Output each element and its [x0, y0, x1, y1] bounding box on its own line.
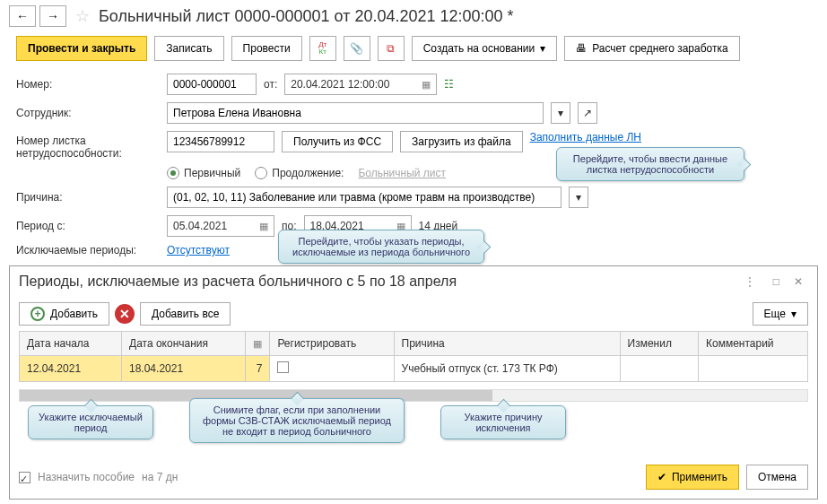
tooltip-reason: Укажите причину исключения — [440, 405, 566, 439]
employee-label: Сотрудник: — [16, 107, 160, 119]
tooltip-period: Укажите исключаемый период — [28, 405, 153, 439]
sick-link-disabled: Больничный лист — [358, 167, 446, 179]
table-row[interactable]: 12.04.2021 18.04.2021 7 Учебный отпуск (… — [20, 356, 808, 382]
post-button[interactable]: Провести — [231, 36, 302, 61]
chevron-down-icon: ▾ — [540, 42, 545, 55]
cell-reason[interactable]: Учебный отпуск (ст. 173 ТК РФ) — [394, 356, 620, 382]
col-end[interactable]: Дата окончания — [122, 332, 246, 356]
load-file-button[interactable]: Загрузить из файла — [400, 131, 523, 152]
cell-comment[interactable] — [698, 356, 807, 382]
plus-icon: + — [30, 307, 45, 321]
ln-number-label: Номер листка нетрудоспособности: — [16, 131, 160, 160]
panel-close-icon[interactable]: ✕ — [788, 275, 808, 288]
radio-primary[interactable]: Первичный — [167, 167, 240, 179]
radio-continue[interactable]: Продолжение: — [255, 167, 344, 179]
excluded-label: Исключаемые периоды: — [16, 244, 160, 256]
calendar-icon[interactable]: ▦ — [422, 79, 431, 91]
delete-button[interactable]: ✕ — [115, 304, 135, 324]
cell-register[interactable] — [270, 356, 394, 382]
page-title: Больничный лист 0000-000001 от 20.04.202… — [99, 7, 514, 26]
cell-changed[interactable] — [620, 356, 698, 382]
employee-open-button[interactable]: ↗ — [578, 102, 597, 124]
employee-select-button[interactable]: ▾ — [551, 102, 570, 124]
col-comment[interactable]: Комментарий — [698, 332, 807, 356]
nav-back-button[interactable]: ← — [9, 5, 36, 27]
nav-forward-button[interactable]: → — [39, 5, 66, 27]
org-icon[interactable]: ☷ — [444, 78, 454, 91]
period-from-label: Период с: — [16, 220, 160, 232]
period-from-input[interactable]: 05.04.2021 ▦ — [167, 215, 274, 237]
radio-continue-dot — [255, 167, 267, 179]
panel-window-icon[interactable]: □ — [764, 275, 788, 288]
get-fss-button[interactable]: Получить из ФСС — [282, 131, 393, 152]
write-button[interactable]: Записать — [154, 36, 223, 61]
tooltip-szv: Снимите флаг, если при заполнении формы … — [189, 398, 405, 443]
add-all-button[interactable]: Добавить все — [140, 302, 231, 326]
tooltip-excluded: Перейдите, чтобы указать периоды, исключ… — [278, 230, 484, 264]
print-icon: 🖶 — [576, 42, 587, 55]
fill-ln-link[interactable]: Заполнить данные ЛН — [530, 131, 641, 143]
col-cal[interactable]: ▦ — [246, 332, 270, 356]
assign-checkbox[interactable] — [19, 472, 30, 483]
apply-button[interactable]: ✔ Применить — [646, 465, 739, 490]
panel-title: Периоды, исключаемые из расчета больничн… — [19, 274, 736, 290]
number-input[interactable] — [167, 74, 257, 95]
ln-number-input[interactable] — [167, 131, 274, 152]
employee-input[interactable] — [167, 102, 544, 124]
radio-primary-dot — [167, 167, 179, 179]
from-label: от: — [264, 78, 277, 91]
reason-label: Причина: — [16, 191, 160, 204]
post-and-close-button[interactable]: Провести и закрыть — [16, 36, 147, 61]
excluded-periods-panel: Периоды, исключаемые из расчета больничн… — [9, 265, 818, 500]
reason-input[interactable] — [167, 187, 561, 208]
structure-button[interactable]: ⧉ — [378, 36, 405, 61]
assign-label: Назначить пособие — [38, 471, 135, 483]
col-reason[interactable]: Причина — [394, 332, 620, 356]
more-button[interactable]: Еще ▾ — [753, 302, 808, 326]
favorite-star-icon[interactable]: ☆ — [75, 6, 90, 26]
col-start[interactable]: Дата начала — [20, 332, 122, 356]
cell-start[interactable]: 12.04.2021 — [20, 356, 122, 382]
col-changed[interactable]: Изменил — [620, 332, 698, 356]
panel-more-icon[interactable]: ⋮ — [736, 275, 764, 288]
col-register[interactable]: Регистрировать — [270, 332, 394, 356]
reason-select-button[interactable]: ▾ — [569, 187, 588, 208]
cell-end[interactable]: 18.04.2021 — [122, 356, 246, 382]
dtkt-button[interactable]: ДтКт — [309, 36, 336, 61]
days-suffix: на 7 дн — [142, 471, 178, 483]
excluded-table: Дата начала Дата окончания ▦ Регистриров… — [19, 331, 808, 382]
date-input[interactable]: 20.04.2021 12:00:00 ▦ — [284, 74, 437, 95]
excluded-link[interactable]: Отсутствуют — [167, 244, 230, 256]
create-based-button[interactable]: Создать на основании ▾ — [412, 36, 558, 61]
tooltip-ln: Перейдите, чтобы ввести данные листка не… — [556, 147, 744, 181]
calendar-icon[interactable]: ▦ — [259, 221, 268, 232]
table-scrollbar[interactable] — [19, 389, 808, 402]
add-button[interactable]: + Добавить — [19, 302, 109, 326]
attach-button[interactable]: 📎 — [344, 36, 370, 61]
number-label: Номер: — [16, 78, 160, 91]
cell-days[interactable]: 7 — [246, 356, 270, 382]
cancel-button[interactable]: Отмена — [746, 465, 808, 490]
avg-calc-button[interactable]: 🖶 Расчет среднего заработка — [564, 36, 740, 61]
register-checkbox[interactable] — [277, 361, 289, 373]
